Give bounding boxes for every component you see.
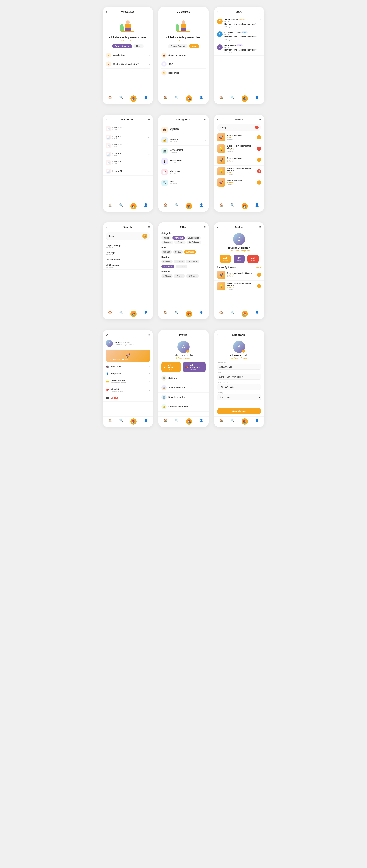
nav-search[interactable]: 🔍 — [230, 418, 234, 425]
cat-social[interactable]: 📱 Social media 44 Course › — [158, 156, 209, 167]
nav-profile[interactable]: 👤 — [199, 311, 203, 317]
nav-home[interactable]: 🏠 — [164, 203, 168, 209]
nav-search[interactable]: 🔍 — [119, 311, 123, 317]
nav-search[interactable]: 🔍 — [119, 95, 123, 102]
nav-courses[interactable]: 📚 — [130, 203, 137, 209]
nav-profile[interactable]: 👤 — [255, 311, 259, 317]
sr-action-button[interactable]: ✕ — [257, 169, 261, 173]
menu-button[interactable]: ≡ — [148, 118, 150, 121]
back-button[interactable]: ‹ — [217, 10, 218, 14]
download-icon[interactable]: ⬇ — [148, 144, 150, 147]
download-icon[interactable]: ⬇ — [148, 153, 150, 156]
cat-seo[interactable]: 🔍 Seo 28 Course › — [158, 178, 209, 188]
country-select[interactable]: United state United Kingdom Canada — [217, 394, 261, 400]
drawer-payment[interactable]: 💳 Payment Card Add payment method › — [103, 377, 153, 386]
qa-item-1[interactable]: T Terry R. Segovia Level 1 m di abr How … — [214, 17, 264, 30]
account-security-item[interactable]: 🔒 Account security › — [158, 383, 209, 393]
search-button[interactable]: 🔍 — [142, 234, 147, 239]
menu-item-digital[interactable]: ❓ What is digital marketing? › — [106, 60, 150, 69]
pc-item-2[interactable]: 💡 Business development for startup ★★★★☆… — [214, 281, 264, 292]
menu-button[interactable]: ≡ — [204, 10, 205, 14]
sr-action-button[interactable]: › — [257, 158, 261, 162]
resource-item-2[interactable]: 📄 Lecture 05 3.4 min ⬇ — [103, 133, 153, 142]
menu-button[interactable]: ≡ — [259, 118, 261, 121]
download-icon[interactable]: ⬇ — [148, 127, 150, 130]
sr-item-3[interactable]: 🚀 Start a business ★★★★☆ 4k views › — [214, 154, 264, 166]
nav-search[interactable]: 🔍 — [119, 418, 123, 425]
sr-action-button[interactable]: › — [257, 135, 261, 140]
nav-profile[interactable]: 👤 — [144, 418, 148, 425]
nav-search[interactable]: 🔍 — [175, 203, 179, 209]
dur-4-5[interactable]: 4-5 hours — [174, 260, 185, 264]
pc-action-button[interactable]: › — [257, 273, 261, 277]
download-icon[interactable]: ⬇ — [148, 136, 150, 138]
download-icon[interactable]: ⬇ — [148, 170, 150, 173]
nav-home[interactable]: 🏠 — [219, 203, 223, 209]
pc-item-1[interactable]: 🚀 Start a business in 30 days ★★★★☆ 4k v… — [214, 269, 264, 281]
back-button[interactable]: ‹ — [217, 333, 218, 337]
price-31-50[interactable]: $31-$50 — [173, 250, 183, 254]
nav-courses[interactable]: 📚 — [242, 418, 248, 425]
search-input[interactable] — [220, 126, 255, 129]
nav-courses[interactable]: 📚 — [186, 95, 192, 102]
dur-15-20[interactable]: 15-20 hours — [162, 265, 174, 268]
suggestion-ux-design[interactable]: UI/UX design 385 courses — [103, 262, 153, 270]
price-100-150[interactable]: $100-$150 — [184, 250, 196, 254]
sr-item-5[interactable]: 🚀 Start a business ★★★★☆ 4k views › — [214, 177, 264, 188]
menu-item-intro[interactable]: ▶ Introduction › — [106, 51, 150, 60]
nav-profile[interactable]: 👤 — [199, 418, 203, 425]
nav-profile[interactable]: 👤 — [255, 418, 259, 425]
sr-action-button[interactable]: › — [257, 180, 261, 185]
back-button[interactable]: ‹ — [162, 10, 163, 14]
nav-search[interactable]: 🔍 — [175, 95, 179, 102]
dur2-4-5[interactable]: 4-5 hours — [174, 274, 185, 278]
menu-button[interactable]: ≡ — [148, 10, 150, 14]
nav-home[interactable]: 🏠 — [219, 311, 223, 317]
back-button[interactable]: ‹ — [106, 225, 107, 229]
back-button[interactable]: ‹ — [162, 225, 163, 229]
nav-courses[interactable]: 📚 — [186, 418, 192, 425]
edit-avatar-button[interactable]: ✏ — [187, 350, 189, 352]
cat-development[interactable]: Development — [186, 236, 201, 240]
menu-button[interactable]: ≡ — [148, 333, 150, 336]
sr-item-1[interactable]: 🚀 Start a business ★★★★☆ 4k views › — [214, 132, 264, 143]
menu-button[interactable]: ≡ — [259, 10, 261, 14]
tab-course-content[interactable]: Course Content — [112, 44, 132, 48]
tab-more[interactable]: More — [189, 44, 199, 48]
nav-profile[interactable]: 👤 — [199, 203, 203, 209]
nav-profile[interactable]: 👤 — [144, 203, 148, 209]
pc-action-button[interactable]: › — [257, 284, 261, 288]
tab-more[interactable]: More — [134, 44, 144, 48]
nav-courses[interactable]: 📚 — [130, 95, 137, 102]
menu-button[interactable]: ≡ — [259, 225, 261, 229]
download-icon[interactable]: ⬇ — [148, 161, 150, 164]
download-option-item[interactable]: ⬇️ Download option › — [158, 393, 209, 402]
cat-design[interactable]: Design — [162, 236, 171, 240]
nav-search[interactable]: 🔍 — [230, 311, 234, 317]
back-button[interactable]: ‹ — [217, 118, 218, 121]
menu-button[interactable]: ≡ — [204, 333, 205, 337]
learning-reminders-item[interactable]: 🔔 Learning reminders › — [158, 402, 209, 412]
settings-item[interactable]: ⚙️ Settings › — [158, 373, 209, 383]
sr-action-button[interactable]: ✕ — [257, 147, 261, 151]
nav-courses[interactable]: 📚 — [242, 203, 248, 209]
cat-development[interactable]: 💻 Development 75 Course › — [158, 146, 209, 156]
nav-search[interactable]: 🔍 — [119, 203, 123, 209]
suggestion-interior-design[interactable]: Interior design — [103, 257, 153, 262]
cat-business[interactable]: 💼 Business 60 Course › — [158, 124, 209, 135]
nav-home[interactable]: 🏠 — [108, 95, 112, 102]
drawer-wishlist[interactable]: ❤️ Wishlist Add your wishlist › — [103, 386, 153, 395]
nav-courses[interactable]: 📚 — [130, 311, 137, 317]
menu-item-resources[interactable]: 📁 Resources — [162, 69, 205, 78]
nav-courses[interactable]: 📚 — [242, 95, 248, 102]
qa-item-2[interactable]: R Richard M. Coggins Level 2 m di abr Ho… — [214, 30, 264, 42]
price-10-20[interactable]: $10-$20 — [162, 250, 172, 254]
nav-profile[interactable]: 👤 — [199, 95, 203, 102]
menu-item-share[interactable]: 📤 Share this course — [162, 51, 205, 60]
close-button[interactable]: ✕ — [106, 333, 108, 337]
cat-marketing[interactable]: 📈 Marketing 62 Course › — [158, 167, 209, 178]
dur-10-12[interactable]: 10-12 hours — [186, 260, 199, 264]
resource-item-6[interactable]: 📄 Lecture 21 ⬇ — [103, 167, 153, 176]
sr-item-4[interactable]: 💡 Business development for startup ★★★★☆… — [214, 166, 264, 177]
menu-item-qa[interactable]: 💬 Q&A — [162, 60, 205, 69]
